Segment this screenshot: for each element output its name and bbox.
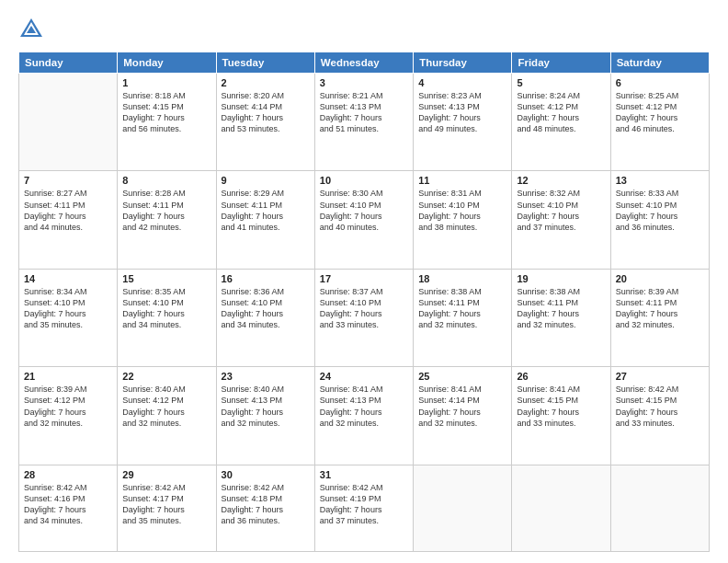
weekday-wednesday: Wednesday xyxy=(314,52,413,74)
page: SundayMondayTuesdayWednesdayThursdayFrid… xyxy=(0,0,728,563)
daylight-text: Daylight: 7 hours xyxy=(222,309,284,318)
calendar-week-1: 1Sunrise: 8:18 AMSunset: 4:15 PMDaylight… xyxy=(19,74,710,171)
daylight-minutes: and 35 minutes. xyxy=(122,516,181,525)
calendar-cell: 28Sunrise: 8:42 AMSunset: 4:16 PMDayligh… xyxy=(19,465,118,551)
day-number: 19 xyxy=(517,273,605,284)
cell-details: Sunrise: 8:42 AMSunset: 4:15 PMDaylight:… xyxy=(616,384,704,429)
daylight-text: Daylight: 7 hours xyxy=(517,408,579,417)
weekday-saturday: Saturday xyxy=(610,52,709,74)
cell-details: Sunrise: 8:38 AMSunset: 4:11 PMDaylight:… xyxy=(517,286,605,331)
calendar-cell: 26Sunrise: 8:41 AMSunset: 4:15 PMDayligh… xyxy=(512,367,610,465)
daylight-text: Daylight: 7 hours xyxy=(222,505,284,514)
calendar-cell: 27Sunrise: 8:42 AMSunset: 4:15 PMDayligh… xyxy=(610,367,709,465)
sunrise-text: Sunrise: 8:23 AM xyxy=(418,91,482,100)
sunset-text: Sunset: 4:11 PM xyxy=(122,201,184,210)
sunrise-text: Sunrise: 8:39 AM xyxy=(24,385,87,394)
sunrise-text: Sunrise: 8:42 AM xyxy=(222,483,285,492)
day-number: 9 xyxy=(222,175,310,186)
cell-details: Sunrise: 8:35 AMSunset: 4:10 PMDaylight:… xyxy=(122,286,210,331)
daylight-text: Daylight: 7 hours xyxy=(320,113,382,122)
sunrise-text: Sunrise: 8:27 AM xyxy=(24,189,87,198)
daylight-text: Daylight: 7 hours xyxy=(320,408,382,417)
calendar-cell: 10Sunrise: 8:30 AMSunset: 4:10 PMDayligh… xyxy=(314,171,413,269)
cell-details: Sunrise: 8:18 AMSunset: 4:15 PMDaylight:… xyxy=(122,90,210,135)
day-number: 6 xyxy=(616,77,704,88)
sunrise-text: Sunrise: 8:42 AM xyxy=(616,385,679,394)
daylight-text: Daylight: 7 hours xyxy=(24,212,86,221)
sunrise-text: Sunrise: 8:20 AM xyxy=(222,91,285,100)
day-number: 23 xyxy=(222,371,310,382)
sunset-text: Sunset: 4:14 PM xyxy=(418,396,480,405)
daylight-text: Daylight: 7 hours xyxy=(122,505,185,514)
calendar: SundayMondayTuesdayWednesdayThursdayFrid… xyxy=(18,52,710,552)
sunset-text: Sunset: 4:10 PM xyxy=(122,298,184,307)
sunset-text: Sunset: 4:11 PM xyxy=(616,298,677,307)
daylight-minutes: and 34 minutes. xyxy=(222,320,280,329)
daylight-text: Daylight: 7 hours xyxy=(122,408,185,417)
calendar-cell xyxy=(512,465,610,551)
day-number: 25 xyxy=(418,371,506,382)
sunset-text: Sunset: 4:12 PM xyxy=(122,396,184,405)
daylight-minutes: and 33 minutes. xyxy=(320,320,379,329)
cell-details: Sunrise: 8:41 AMSunset: 4:15 PMDaylight:… xyxy=(517,384,605,429)
cell-details: Sunrise: 8:21 AMSunset: 4:13 PMDaylight:… xyxy=(320,90,408,135)
daylight-text: Daylight: 7 hours xyxy=(222,212,284,221)
calendar-cell: 17Sunrise: 8:37 AMSunset: 4:10 PMDayligh… xyxy=(314,269,413,366)
cell-details: Sunrise: 8:28 AMSunset: 4:11 PMDaylight:… xyxy=(122,188,210,233)
sunrise-text: Sunrise: 8:41 AM xyxy=(418,385,482,394)
calendar-week-5: 28Sunrise: 8:42 AMSunset: 4:16 PMDayligh… xyxy=(19,465,710,551)
calendar-cell xyxy=(19,74,118,171)
calendar-cell xyxy=(414,465,512,551)
daylight-text: Daylight: 7 hours xyxy=(418,212,481,221)
daylight-text: Daylight: 7 hours xyxy=(517,309,579,318)
calendar-week-3: 14Sunrise: 8:34 AMSunset: 4:10 PMDayligh… xyxy=(19,269,710,366)
daylight-text: Daylight: 7 hours xyxy=(418,408,481,417)
cell-details: Sunrise: 8:34 AMSunset: 4:10 PMDaylight:… xyxy=(24,286,112,331)
day-number: 5 xyxy=(517,77,605,88)
cell-details: Sunrise: 8:38 AMSunset: 4:11 PMDaylight:… xyxy=(418,286,506,331)
calendar-cell: 1Sunrise: 8:18 AMSunset: 4:15 PMDaylight… xyxy=(118,74,216,171)
calendar-cell xyxy=(610,465,709,551)
cell-details: Sunrise: 8:39 AMSunset: 4:11 PMDaylight:… xyxy=(616,286,704,331)
calendar-cell: 15Sunrise: 8:35 AMSunset: 4:10 PMDayligh… xyxy=(118,269,216,366)
daylight-text: Daylight: 7 hours xyxy=(24,408,86,417)
cell-details: Sunrise: 8:42 AMSunset: 4:19 PMDaylight:… xyxy=(320,482,408,527)
sunset-text: Sunset: 4:10 PM xyxy=(517,201,578,210)
sunset-text: Sunset: 4:17 PM xyxy=(122,494,184,503)
calendar-cell: 7Sunrise: 8:27 AMSunset: 4:11 PMDaylight… xyxy=(19,171,118,269)
calendar-cell: 11Sunrise: 8:31 AMSunset: 4:10 PMDayligh… xyxy=(414,171,512,269)
cell-details: Sunrise: 8:42 AMSunset: 4:18 PMDaylight:… xyxy=(222,482,310,527)
sunrise-text: Sunrise: 8:34 AM xyxy=(24,287,87,296)
daylight-text: Daylight: 7 hours xyxy=(222,408,284,417)
day-number: 18 xyxy=(418,273,506,284)
daylight-minutes: and 32 minutes. xyxy=(418,419,477,428)
calendar-cell: 23Sunrise: 8:40 AMSunset: 4:13 PMDayligh… xyxy=(216,367,314,465)
day-number: 24 xyxy=(320,371,408,382)
daylight-minutes: and 32 minutes. xyxy=(616,320,675,329)
daylight-minutes: and 32 minutes. xyxy=(222,419,280,428)
cell-details: Sunrise: 8:41 AMSunset: 4:14 PMDaylight:… xyxy=(418,384,506,429)
calendar-week-4: 21Sunrise: 8:39 AMSunset: 4:12 PMDayligh… xyxy=(19,367,710,465)
calendar-week-2: 7Sunrise: 8:27 AMSunset: 4:11 PMDaylight… xyxy=(19,171,710,269)
daylight-minutes: and 56 minutes. xyxy=(122,124,181,133)
cell-details: Sunrise: 8:36 AMSunset: 4:10 PMDaylight:… xyxy=(222,286,310,331)
sunset-text: Sunset: 4:13 PM xyxy=(222,396,283,405)
sunset-text: Sunset: 4:10 PM xyxy=(222,298,283,307)
sunset-text: Sunset: 4:11 PM xyxy=(24,201,85,210)
sunset-text: Sunset: 4:10 PM xyxy=(24,298,85,307)
daylight-minutes: and 38 minutes. xyxy=(418,223,477,232)
sunrise-text: Sunrise: 8:38 AM xyxy=(517,287,580,296)
calendar-cell: 13Sunrise: 8:33 AMSunset: 4:10 PMDayligh… xyxy=(610,171,709,269)
calendar-cell: 5Sunrise: 8:24 AMSunset: 4:12 PMDaylight… xyxy=(512,74,610,171)
calendar-cell: 24Sunrise: 8:41 AMSunset: 4:13 PMDayligh… xyxy=(314,367,413,465)
calendar-cell: 19Sunrise: 8:38 AMSunset: 4:11 PMDayligh… xyxy=(512,269,610,366)
daylight-minutes: and 53 minutes. xyxy=(222,124,280,133)
calendar-cell: 8Sunrise: 8:28 AMSunset: 4:11 PMDaylight… xyxy=(118,171,216,269)
daylight-text: Daylight: 7 hours xyxy=(320,309,382,318)
daylight-text: Daylight: 7 hours xyxy=(616,212,678,221)
sunset-text: Sunset: 4:15 PM xyxy=(122,102,184,111)
daylight-minutes: and 36 minutes. xyxy=(222,516,280,525)
cell-details: Sunrise: 8:29 AMSunset: 4:11 PMDaylight:… xyxy=(222,188,310,233)
sunset-text: Sunset: 4:14 PM xyxy=(222,102,283,111)
sunrise-text: Sunrise: 8:32 AM xyxy=(517,189,580,198)
